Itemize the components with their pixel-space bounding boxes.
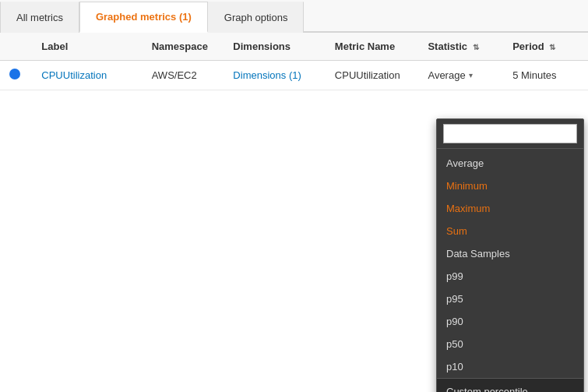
metrics-table-container: Label Namespace Dimensions Metric Name S… xyxy=(0,33,588,90)
dimensions-link[interactable]: Dimensions (1) xyxy=(233,69,301,81)
dropdown-item-p95[interactable]: p95 xyxy=(437,288,583,310)
tab-all-metrics[interactable]: All metrics xyxy=(0,2,79,33)
dropdown-item-p90[interactable]: p90 xyxy=(437,310,583,333)
tab-graphed-metrics[interactable]: Graphed metrics (1) xyxy=(79,2,208,33)
col-header-period[interactable]: Period ⇅ xyxy=(503,33,588,61)
dropdown-item-minimum[interactable]: Minimum xyxy=(437,175,583,197)
tab-graph-options[interactable]: Graph options xyxy=(208,2,305,33)
dropdown-item-sum[interactable]: Sum xyxy=(437,220,583,242)
row-dimensions: Dimensions (1) xyxy=(224,61,325,90)
row-metricname: CPUUtilization xyxy=(326,61,419,90)
dropdown-item-maximum[interactable]: Maximum xyxy=(437,197,583,220)
statistic-dropdown: Average Minimum Maximum Sum Data Samples… xyxy=(436,118,584,392)
row-namespace: AWS/EC2 xyxy=(143,61,224,90)
col-header-check xyxy=(0,33,32,61)
dropdown-item-p50[interactable]: p50 xyxy=(437,333,583,355)
table-header-row: Label Namespace Dimensions Metric Name S… xyxy=(0,33,588,61)
period-sort-icon: ⇅ xyxy=(549,43,555,51)
row-period: 5 Minutes xyxy=(503,61,588,90)
metric-dot xyxy=(9,69,20,79)
col-header-metricname: Metric Name xyxy=(326,33,419,61)
dropdown-item-p10[interactable]: p10 xyxy=(437,355,583,378)
dropdown-item-p99[interactable]: p99 xyxy=(437,265,583,288)
col-header-statistic[interactable]: Statistic ⇅ xyxy=(418,33,503,61)
dropdown-arrow-icon: ▾ xyxy=(469,71,473,79)
col-header-namespace: Namespace xyxy=(143,33,224,61)
tab-bar: All metrics Graphed metrics (1) Graph op… xyxy=(0,0,588,33)
col-header-dimensions: Dimensions xyxy=(224,33,325,61)
row-statistic: Average ▾ xyxy=(418,61,503,90)
dropdown-search-input[interactable] xyxy=(443,124,577,143)
dropdown-item-custom[interactable]: Custom percentile... xyxy=(437,378,583,392)
col-header-label: Label xyxy=(32,33,142,61)
dropdown-item-average[interactable]: Average xyxy=(437,152,583,175)
dropdown-items-list: Average Minimum Maximum Sum Data Samples… xyxy=(437,149,583,392)
row-label: CPUUtilization xyxy=(32,61,142,90)
row-color-indicator xyxy=(0,61,32,90)
dropdown-item-data-samples[interactable]: Data Samples xyxy=(437,242,583,265)
statistic-dropdown-button[interactable]: Average ▾ xyxy=(428,69,472,81)
statistic-sort-icon: ⇅ xyxy=(473,43,479,51)
table-row: CPUUtilization AWS/EC2 Dimensions (1) CP… xyxy=(0,61,588,90)
metrics-table: Label Namespace Dimensions Metric Name S… xyxy=(0,33,588,90)
label-link[interactable]: CPUUtilization xyxy=(41,69,107,81)
dropdown-search-container xyxy=(437,119,583,149)
